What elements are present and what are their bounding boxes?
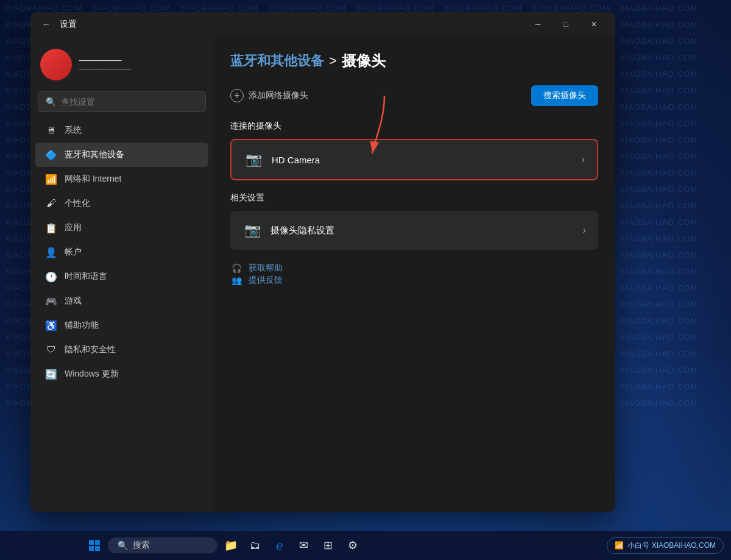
help-link-icon-0: 🎧 xyxy=(230,262,242,274)
nav-label-privacy: 隐私和安全性 xyxy=(65,344,116,355)
sidebar-item-accessibility[interactable]: ♿ 辅助功能 xyxy=(35,313,208,338)
taskbar-explorer-icon[interactable]: 📁 xyxy=(220,534,242,556)
sidebar-search-box[interactable]: 🔍 xyxy=(38,91,206,112)
nav-icon-system: 🖥 xyxy=(45,124,57,136)
sidebar: ─────── ────────── 🔍 🖥 系统 🔷 蓝牙和其他设备 📶 网络… xyxy=(30,37,213,512)
search-input[interactable] xyxy=(61,97,198,107)
nav-label-gaming: 游戏 xyxy=(65,296,82,307)
sidebar-item-gaming[interactable]: 🎮 游戏 xyxy=(35,289,208,313)
nav-label-bluetooth: 蓝牙和其他设备 xyxy=(65,149,124,160)
nav-icon-accounts: 👤 xyxy=(45,246,57,258)
wifi-icon: 📶 xyxy=(615,541,624,550)
breadcrumb-current: 摄像头 xyxy=(342,51,386,71)
nav-icon-personalization: 🖌 xyxy=(45,197,57,210)
taskbar-settings-icon[interactable]: ⚙ xyxy=(342,534,364,556)
svg-rect-2 xyxy=(95,540,100,545)
window-controls: ─ □ ✕ xyxy=(524,15,608,34)
user-name: ─────── xyxy=(79,55,203,65)
svg-rect-4 xyxy=(95,546,100,551)
main-content: 蓝牙和其他设备 > 摄像头 + 添加网络摄像头 xyxy=(213,37,615,512)
nav-icon-windows-update: 🔄 xyxy=(45,368,57,380)
nav-icon-time: 🕐 xyxy=(45,271,57,283)
start-button[interactable] xyxy=(83,534,105,556)
branding-badge: 📶 小白号 XIAOBAIHAO.COM xyxy=(607,537,724,554)
user-avatar xyxy=(40,49,72,80)
sidebar-item-accounts[interactable]: 👤 帐户 xyxy=(35,240,208,264)
sidebar-item-time[interactable]: 🕐 时间和语言 xyxy=(35,264,208,289)
svg-rect-1 xyxy=(89,540,94,545)
sidebar-item-apps[interactable]: 📋 应用 xyxy=(35,216,208,240)
help-link-label-0: 获取帮助 xyxy=(249,263,283,274)
settings-window: ← 设置 ─ □ ✕ ─────── ────────── 🔍 xyxy=(30,12,615,512)
nav-icon-gaming: 🎮 xyxy=(45,295,57,307)
user-info: ─────── ────────── xyxy=(79,55,203,74)
taskbar: 🔍 搜索 📁 🗂 ℯ ✉ ⊞ ⚙ 📶 小白号 XIAOBAIHAO.COM xyxy=(0,531,731,560)
taskbar-edge-icon[interactable]: ℯ xyxy=(269,534,291,556)
taskbar-search-label: 搜索 xyxy=(133,540,150,551)
help-link-0[interactable]: 🎧 获取帮助 xyxy=(230,262,598,274)
camera-privacy-settings-card[interactable]: 📷 摄像头隐私设置 › xyxy=(230,211,598,250)
nav-label-windows-update: Windows 更新 xyxy=(65,369,119,380)
connected-section-label: 连接的摄像头 xyxy=(230,121,598,132)
sidebar-item-personalization[interactable]: 🖌 个性化 xyxy=(35,191,208,216)
nav-label-network: 网络和 Internet xyxy=(65,174,121,185)
nav-icon-bluetooth: 🔷 xyxy=(45,149,57,161)
add-icon: + xyxy=(230,89,244,102)
add-camera-button[interactable]: + 添加网络摄像头 xyxy=(230,89,308,102)
window-body: ─────── ────────── 🔍 🖥 系统 🔷 蓝牙和其他设备 📶 网络… xyxy=(30,37,615,512)
search-camera-button[interactable]: 搜索摄像头 xyxy=(531,85,598,106)
breadcrumb-separator: > xyxy=(329,53,337,69)
sidebar-item-windows-update[interactable]: 🔄 Windows 更新 xyxy=(35,362,208,386)
action-row: + 添加网络摄像头 搜索摄像头 xyxy=(230,85,598,106)
breadcrumb-parent[interactable]: 蓝牙和其他设备 xyxy=(230,52,324,70)
add-camera-label: 添加网络摄像头 xyxy=(249,90,308,101)
minimize-button[interactable]: ─ xyxy=(524,15,552,34)
privacy-camera-icon: 📷 xyxy=(242,221,262,240)
nav-icon-network: 📶 xyxy=(45,173,57,185)
search-icon: 🔍 xyxy=(46,97,56,107)
camera-icon: 📷 xyxy=(244,150,263,169)
taskbar-search[interactable]: 🔍 搜索 xyxy=(108,537,217,553)
svg-rect-3 xyxy=(89,546,94,551)
nav-label-accounts: 帐户 xyxy=(65,247,82,258)
close-button[interactable]: ✕ xyxy=(580,15,608,34)
sidebar-item-privacy[interactable]: 🛡 隐私和安全性 xyxy=(35,338,208,362)
nav-label-accessibility: 辅助功能 xyxy=(65,320,99,331)
help-link-label-1: 提供反馈 xyxy=(249,275,283,286)
window-title: 设置 xyxy=(60,19,77,30)
privacy-chevron-icon: › xyxy=(583,225,586,236)
nav-icon-accessibility: ♿ xyxy=(45,319,57,331)
taskbar-grid-icon[interactable]: ⊞ xyxy=(317,534,339,556)
branding-text: 小白号 XIAOBAIHAO.COM xyxy=(627,541,716,551)
user-email: ────────── xyxy=(79,65,203,74)
nav-icon-apps: 📋 xyxy=(45,222,57,234)
nav-items-container: 🖥 系统 🔷 蓝牙和其他设备 📶 网络和 Internet 🖌 个性化 📋 应用… xyxy=(30,118,213,386)
related-settings-label: 相关设置 xyxy=(230,193,598,204)
nav-icon-privacy: 🛡 xyxy=(45,344,57,356)
help-link-icon-1: 👥 xyxy=(230,274,242,286)
nav-label-time: 时间和语言 xyxy=(65,271,107,282)
privacy-settings-label: 摄像头隐私设置 xyxy=(270,225,574,236)
chevron-right-icon: › xyxy=(582,154,585,165)
camera-name: HD Camera xyxy=(272,155,573,165)
sidebar-item-bluetooth[interactable]: 🔷 蓝牙和其他设备 xyxy=(35,143,208,167)
title-bar: ← 设置 ─ □ ✕ xyxy=(30,12,615,37)
taskbar-folder-icon[interactable]: 🗂 xyxy=(244,534,266,556)
camera-card-hd[interactable]: 📷 HD Camera › xyxy=(230,139,598,180)
taskbar-mail-icon[interactable]: ✉ xyxy=(293,534,315,556)
nav-label-system: 系统 xyxy=(65,125,82,136)
nav-label-apps: 应用 xyxy=(65,222,82,233)
user-profile[interactable]: ─────── ────────── xyxy=(30,44,213,90)
restore-button[interactable]: □ xyxy=(552,15,580,34)
sidebar-item-system[interactable]: 🖥 系统 xyxy=(35,118,208,143)
nav-label-personalization: 个性化 xyxy=(65,198,90,209)
sidebar-item-network[interactable]: 📶 网络和 Internet xyxy=(35,167,208,191)
back-button[interactable]: ← xyxy=(38,16,55,33)
breadcrumb: 蓝牙和其他设备 > 摄像头 xyxy=(230,51,598,71)
help-link-1[interactable]: 👥 提供反馈 xyxy=(230,274,598,286)
help-links: 🎧 获取帮助 👥 提供反馈 xyxy=(230,262,598,286)
taskbar-search-icon: 🔍 xyxy=(118,541,128,550)
taskbar-center: 🔍 搜索 📁 🗂 ℯ ✉ ⊞ ⚙ xyxy=(83,534,364,556)
taskbar-right: 📶 小白号 XIAOBAIHAO.COM xyxy=(607,537,724,554)
